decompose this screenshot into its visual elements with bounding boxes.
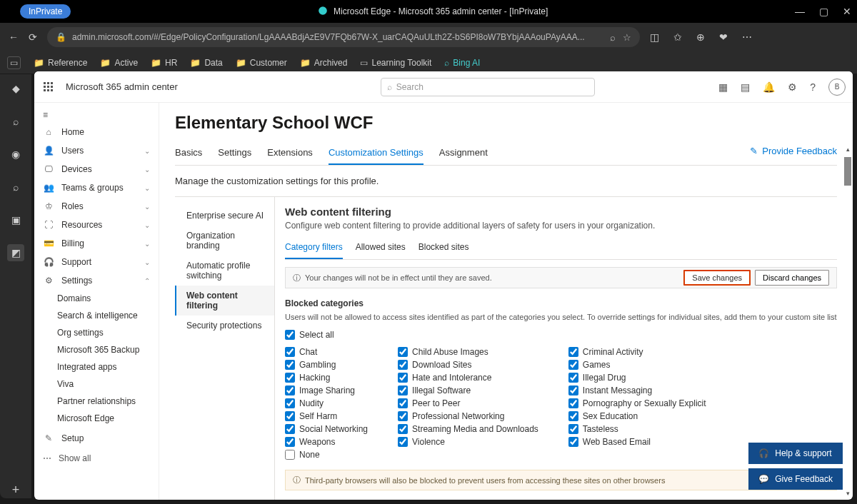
sidebar-tools-icon[interactable]: ◩ [7,244,24,261]
cb-weapons[interactable]: Weapons [285,435,368,448]
address-bar[interactable]: 🔒 admin.microsoft.com/#/Edge/PolicyConfi… [47,27,640,47]
fav-customer[interactable]: 📁 Customer [236,58,287,68]
sidebar-copilot-icon[interactable]: ◆ [7,80,24,97]
cb-image-sharing[interactable]: Image Sharing [285,384,368,397]
cb-prof-networking[interactable]: Professional Networking [398,410,538,423]
close-button[interactable]: ✕ [843,6,851,17]
favorites-icon[interactable]: ✩ [673,31,682,43]
ft-allowed[interactable]: Allowed sites [356,238,406,259]
fav-active[interactable]: 📁 Active [100,58,138,68]
cb-social-networking[interactable]: Social Networking [285,423,368,435]
refresh-button[interactable]: ⟳ [29,31,37,43]
nav-partner[interactable]: Partner relationships [34,393,159,410]
select-all-checkbox[interactable]: Select all [285,328,837,341]
nav-devices[interactable]: 🖵Devices⌄ [34,160,159,178]
site-info-icon[interactable]: 🔒 [56,32,66,42]
cb-porn[interactable]: Pornography or Sexually Explicit [568,397,706,410]
discard-button[interactable]: Discard changes [755,270,829,286]
nav-billing[interactable]: 💳Billing⌄ [34,234,159,253]
cb-criminal[interactable]: Criminal Activity [568,346,706,358]
cb-self-harm[interactable]: Self Harm [285,410,368,423]
gear-icon[interactable]: ⚙ [788,81,797,93]
tab-assignment[interactable]: Assignment [439,143,488,165]
cat-web-filtering[interactable]: Web content filtering [175,286,274,316]
extensions-icon[interactable]: ❤ [719,31,728,43]
cat-enterprise-ai[interactable]: Enterprise secure AI [175,206,274,226]
nav-viva[interactable]: Viva [34,376,159,393]
cb-hacking[interactable]: Hacking [285,371,368,384]
cb-tasteless[interactable]: Tasteless [568,423,706,435]
cb-web-email[interactable]: Web Based Email [568,435,706,448]
cb-sex-education[interactable]: Sex Education [568,410,706,423]
nav-teams[interactable]: 👥Teams & groups⌄ [34,178,159,197]
content-scrollbar[interactable]: ▴ ▾ [844,157,851,494]
cb-instant-messaging[interactable]: Instant Messaging [568,384,706,397]
give-feedback-button[interactable]: 💬Give Feedback [748,468,843,490]
split-screen-icon[interactable]: ◫ [650,31,659,43]
ft-category[interactable]: Category filters [285,238,343,259]
sidebar-add-icon[interactable]: + [7,481,24,498]
back-button[interactable]: ← [9,31,19,43]
fav-hr[interactable]: 📁 HR [151,58,177,68]
nav-roles[interactable]: ♔Roles⌄ [34,197,159,216]
save-button[interactable]: Save changes [683,270,751,286]
nav-org-settings[interactable]: Org settings [34,324,159,341]
nav-home[interactable]: ⌂Home [34,123,159,141]
fav-archived[interactable]: 📁 Archived [300,58,348,68]
admin-search[interactable]: ⌕ Search [381,78,595,96]
cb-p2p[interactable]: Peer to Peer [398,397,538,410]
fav-toggle-icon[interactable]: ▭ [7,56,21,69]
scroll-down-icon[interactable]: ▾ [844,490,851,497]
nav-search-intel[interactable]: Search & intelligence [34,307,159,324]
scroll-thumb[interactable] [844,157,851,186]
cb-streaming[interactable]: Streaming Media and Downloads [398,423,538,435]
cb-child-abuse[interactable]: Child Abuse Images [398,346,538,358]
cat-org-branding[interactable]: Organization branding [175,226,274,256]
nav-settings[interactable]: ⚙Settings⌃ [34,271,159,290]
tab-extensions[interactable]: Extensions [267,143,313,165]
cb-games[interactable]: Games [568,358,706,371]
cat-auto-profile[interactable]: Automatic profile switching [175,256,274,286]
cb-illegal-drug[interactable]: Illegal Drug [568,371,706,384]
fav-reference[interactable]: 📁 Reference [34,58,87,68]
nav-showall[interactable]: ⋯Show all [34,448,159,469]
nav-resources[interactable]: ⛶Resources⌄ [34,216,159,234]
more-icon[interactable]: ⋯ [742,31,752,43]
tab-customization[interactable]: Customization Settings [329,143,424,165]
account-avatar[interactable]: B [828,79,846,96]
help-support-button[interactable]: 🎧Help & support [748,443,843,464]
favorite-star-icon[interactable]: ☆ [623,32,631,43]
tab-settings[interactable]: Settings [218,143,251,165]
search-in-page-icon[interactable]: ⌕ [610,32,616,43]
ft-blocked[interactable]: Blocked sites [419,238,469,259]
minimize-button[interactable]: — [795,6,805,17]
megaphone-icon[interactable]: ▤ [741,81,750,93]
cb-nudity[interactable]: Nudity [285,397,368,410]
cb-hate[interactable]: Hate and Intolerance [398,371,538,384]
cb-violence[interactable]: Violence [398,435,538,448]
nav-domains[interactable]: Domains [34,290,159,307]
cat-security[interactable]: Security protections [175,316,274,336]
nav-msedge[interactable]: Microsoft Edge [34,410,159,427]
bell-icon[interactable]: 🔔 [763,81,775,93]
scroll-up-icon[interactable]: ▴ [844,146,851,153]
fav-learning-toolkit[interactable]: ▭ Learning Toolkit [360,58,431,68]
cb-download-sites[interactable]: Download Sites [398,358,538,371]
cb-illegal-software[interactable]: Illegal Software [398,384,538,397]
flash-icon[interactable]: ▦ [718,81,728,93]
nav-collapse-icon[interactable]: ≡ [34,107,159,123]
nav-integrated-apps[interactable]: Integrated apps [34,358,159,376]
cb-chat[interactable]: Chat [285,346,368,358]
nav-setup[interactable]: ✎Setup [34,429,159,448]
app-launcher-icon[interactable] [41,80,56,94]
nav-support[interactable]: 🎧Support⌄ [34,253,159,271]
help-icon[interactable]: ? [810,81,816,93]
sidebar-google-icon[interactable]: ◉ [7,146,24,163]
maximize-button[interactable]: ▢ [819,6,828,17]
nav-users[interactable]: 👤Users⌄ [34,141,159,160]
fav-bing-ai[interactable]: ⌕ Bing AI [444,58,480,68]
fav-data[interactable]: 📁 Data [190,58,222,68]
tab-basics[interactable]: Basics [175,143,202,165]
sidebar-image-icon[interactable]: ▣ [7,211,24,228]
sidebar-search-icon[interactable]: ⌕ [7,113,24,130]
